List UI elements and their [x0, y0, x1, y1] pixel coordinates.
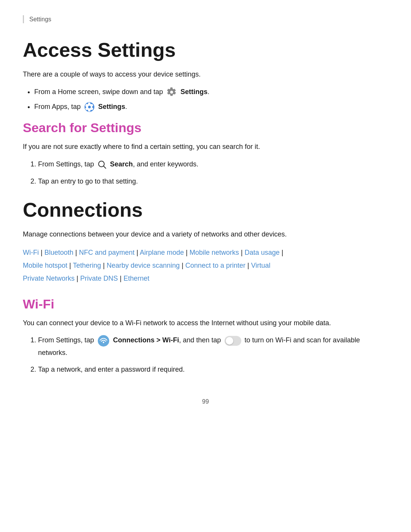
wifi-title: Wi-Fi	[23, 297, 388, 312]
breadcrumb: Settings	[23, 15, 388, 23]
wifi-step-1-bold: Connections > Wi-Fi	[113, 336, 179, 344]
access-settings-bullets: From a Home screen, swipe down and tap S…	[34, 86, 388, 113]
link-ethernet[interactable]: Ethernet	[123, 275, 149, 282]
gear-blue-icon	[84, 101, 95, 113]
bullet-item-1: From a Home screen, swipe down and tap S…	[34, 86, 388, 98]
link-bluetooth[interactable]: Bluetooth	[45, 249, 73, 256]
sep-3: |	[135, 249, 140, 256]
wifi-step-1-middle: , and then tap	[179, 336, 223, 344]
sep-1: |	[39, 249, 45, 256]
page-container: Settings Access Settings There are a cou…	[0, 0, 411, 532]
breadcrumb-text: Settings	[29, 16, 51, 22]
access-settings-title: Access Settings	[23, 38, 388, 61]
wifi-step-2-text: Tap a network, and enter a password if r…	[38, 366, 185, 373]
link-mobile-networks[interactable]: Mobile networks	[190, 249, 239, 256]
link-vpn[interactable]: Virtual	[251, 262, 271, 269]
svg-point-1	[99, 161, 104, 167]
wifi-steps: From Settings, tap Connections > Wi-Fi, …	[38, 334, 388, 375]
wifi-step-1: From Settings, tap Connections > Wi-Fi, …	[38, 334, 388, 358]
search-settings-steps: From Settings, tap Search, and enter key…	[38, 158, 388, 187]
sep-2: |	[73, 249, 79, 256]
sep-9: |	[180, 262, 185, 269]
page-number: 99	[23, 398, 388, 405]
sep-8: |	[101, 262, 107, 269]
search-icon	[97, 160, 107, 169]
svg-point-3	[98, 335, 109, 347]
sep-4: |	[184, 249, 190, 256]
wifi-step-2: Tap a network, and enter a password if r…	[38, 364, 388, 375]
sep-10: |	[245, 262, 251, 269]
link-data-usage[interactable]: Data usage	[245, 249, 280, 256]
bullet-item-2: From Apps, tap Settings.	[34, 101, 388, 113]
sep-12: |	[118, 275, 124, 282]
search-step-1-bold: Search	[110, 160, 133, 168]
link-vpn-cont[interactable]: Private Networks	[23, 275, 75, 282]
search-step-2: Tap an entry to go to that setting.	[38, 176, 388, 187]
search-settings-title: Search for Settings	[23, 120, 388, 135]
sep-6: |	[280, 249, 284, 256]
bullet-1-text-before: From a Home screen, swipe down and tap	[34, 88, 165, 96]
connections-links: Wi-Fi | Bluetooth | NFC and payment | Ai…	[23, 246, 388, 285]
toggle-switch	[225, 336, 241, 346]
access-settings-intro: There are a couple of ways to access you…	[23, 69, 388, 80]
link-airplane[interactable]: Airplane mode	[140, 249, 184, 256]
link-tethering[interactable]: Tethering	[73, 262, 101, 269]
search-step-1: From Settings, tap Search, and enter key…	[38, 158, 388, 170]
link-nfc[interactable]: NFC and payment	[79, 249, 134, 256]
wifi-intro: You can connect your device to a Wi-Fi n…	[23, 318, 388, 329]
toggle-knob	[226, 337, 233, 345]
connections-intro: Manage connections between your device a…	[23, 229, 388, 240]
sep-5: |	[239, 249, 245, 256]
bullet-2-text-before: From Apps, tap	[34, 103, 83, 110]
wifi-step-1-before: From Settings, tap	[38, 336, 96, 344]
bullet-1-bold: Settings	[180, 88, 207, 96]
search-step-1-after: , and enter keywords.	[133, 160, 198, 168]
link-connect-printer[interactable]: Connect to a printer	[185, 262, 245, 269]
bullet-1-period: .	[207, 88, 209, 96]
gear-gray-icon	[166, 86, 177, 98]
sep-11: |	[75, 275, 80, 282]
link-wifi[interactable]: Wi-Fi	[23, 249, 39, 256]
search-step-1-before: From Settings, tap	[38, 160, 96, 168]
page-number-text: 99	[202, 398, 209, 405]
connections-title: Connections	[23, 198, 388, 221]
bullet-2-bold: Settings	[98, 103, 125, 110]
link-private-dns[interactable]: Private DNS	[80, 275, 118, 282]
wifi-connections-icon	[97, 335, 110, 347]
svg-line-2	[104, 166, 106, 169]
search-settings-intro: If you are not sure exactly where to fin…	[23, 141, 388, 152]
bullet-2-period: .	[125, 103, 127, 110]
link-mobile-hotspot[interactable]: Mobile hotspot	[23, 262, 67, 269]
sep-7: |	[67, 262, 73, 269]
link-nearby-scan[interactable]: Nearby device scanning	[107, 262, 180, 269]
search-step-2-text: Tap an entry to go to that setting.	[38, 177, 138, 185]
